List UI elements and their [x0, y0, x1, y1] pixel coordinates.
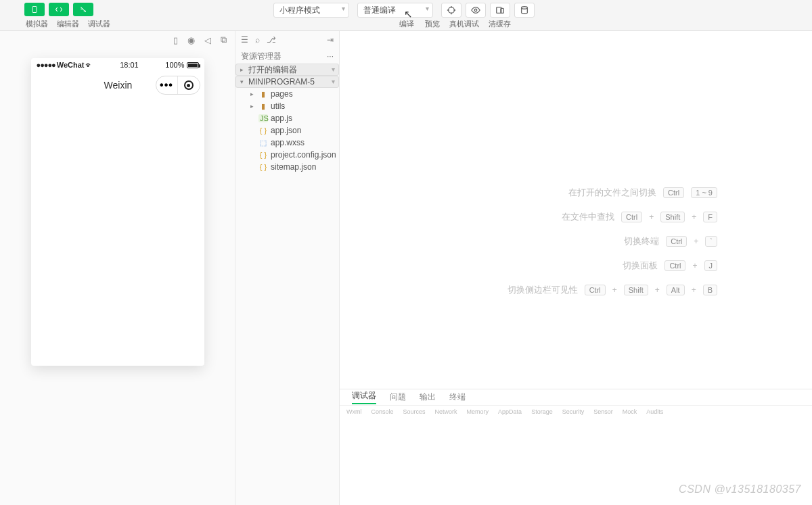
tree-folder[interactable]: ▸▮pages [235, 88, 339, 100]
kbd: ` [705, 236, 717, 247]
compile-button[interactable] [441, 3, 461, 18]
mode-label: 模拟器 [24, 19, 49, 29]
wxss-icon: ⬚ [258, 139, 268, 147]
tree-file[interactable]: { }project.config.json [235, 149, 339, 161]
list-icon[interactable]: ☰ [241, 35, 248, 45]
open-editors-section[interactable]: ▸打开的编辑器 [235, 64, 339, 76]
device-icon[interactable]: ▯ [173, 35, 178, 45]
debug-tool[interactable]: Sensor [591, 408, 616, 415]
debug-tool[interactable]: Wxml [344, 408, 365, 415]
debug-tool[interactable]: Sources [401, 408, 428, 415]
svg-rect-4 [501, 8, 503, 13]
capsule-button: ••• [156, 76, 200, 95]
editor-panel: 在打开的文件之间切换 Ctrl 1 ~ 9 在文件中查找 Ctrl + Shif… [340, 31, 812, 505]
battery-percent: 100% [165, 61, 184, 69]
preview-button[interactable] [466, 3, 486, 18]
simulator-mode-button[interactable] [24, 3, 45, 16]
action-label: 预览 [422, 19, 443, 29]
mode-label: 调试器 [87, 19, 111, 29]
mode-label: 编辑器 [55, 19, 80, 29]
view-mode-buttons [24, 3, 93, 16]
tab-debugger[interactable]: 调试器 [352, 390, 376, 404]
tab-terminal[interactable]: 终端 [449, 391, 466, 403]
svg-point-1 [449, 7, 455, 14]
tree-file[interactable]: { }app.json [235, 124, 339, 137]
nav-header: Weixin ••• [31, 72, 204, 99]
action-labels: 编译 预览 真机调试 清缓存 [397, 19, 513, 29]
copy-icon[interactable]: ⧉ [221, 34, 227, 45]
branch-icon[interactable]: ⎇ [267, 35, 276, 45]
debug-tool[interactable]: Security [560, 408, 587, 415]
tree-file[interactable]: JSapp.js [235, 112, 339, 124]
search-icon[interactable]: ⌕ [255, 35, 260, 45]
debug-tool[interactable]: AppData [495, 408, 524, 415]
action-buttons [441, 3, 535, 18]
editor-mode-button[interactable] [49, 3, 69, 16]
time-label: 18:01 [120, 61, 139, 69]
action-label: 真机调试 [448, 19, 480, 29]
kbd: Ctrl [663, 187, 684, 198]
record-icon[interactable]: ◉ [187, 35, 195, 45]
tab-problems[interactable]: 问题 [390, 391, 406, 403]
action-label: 编译 [397, 19, 417, 29]
clear-cache-button[interactable] [514, 3, 535, 18]
debug-tool[interactable]: Audits [644, 408, 666, 415]
hint-row: 切换面板 Ctrl + J [623, 260, 717, 272]
tree-file[interactable]: { }sitemap.json [235, 161, 339, 173]
hint-label: 切换面板 [623, 260, 658, 272]
explorer-toolbar: ☰ ⌕ ⎇ ⇥ [235, 31, 339, 49]
top-toolbar: 模拟器 编辑器 调试器 小程序模式 普通编译 编译 预览 真机调试 清缓存 [0, 0, 812, 31]
bottom-tabs: 调试器 问题 输出 终端 [340, 389, 812, 405]
svg-point-2 [474, 9, 477, 11]
battery-indicator: 100% [165, 61, 198, 69]
explorer-header: 资源管理器 ··· [235, 49, 339, 64]
svg-rect-0 [32, 7, 37, 13]
compile-select[interactable]: 普通编译 [357, 3, 433, 18]
svg-point-5 [522, 7, 528, 9]
debug-tool[interactable]: Network [432, 408, 460, 415]
status-bar: ●●●●● WeChat ᯤ 18:01 100% [31, 58, 204, 72]
hint-label: 切换侧边栏可见性 [508, 284, 578, 296]
main-area: ▯ ◉ ◁ ⧉ ●●●●● WeChat ᯤ 18:01 100% Weixin [0, 31, 812, 505]
debug-tool[interactable]: Console [369, 408, 397, 415]
hint-row: 在打开的文件之间切换 Ctrl 1 ~ 9 [568, 187, 717, 199]
expand-icon[interactable]: ⇥ [327, 35, 334, 45]
tree-folder[interactable]: ▸▮utils [235, 100, 339, 112]
hint-label: 在打开的文件之间切换 [568, 187, 656, 199]
kbd: Ctrl [664, 260, 685, 271]
kbd: B [703, 285, 717, 295]
kbd: J [704, 260, 718, 271]
debugger-mode-button[interactable] [73, 3, 93, 16]
folder-icon: ▮ [258, 102, 268, 111]
hint-label: 在文件中查找 [562, 211, 614, 223]
signal-icon: ●●●●● [37, 61, 55, 69]
json-icon: { } [258, 163, 268, 171]
mute-icon[interactable]: ◁ [204, 35, 211, 45]
debug-tool[interactable]: Storage [528, 408, 556, 415]
simulator-panel: ▯ ◉ ◁ ⧉ ●●●●● WeChat ᯤ 18:01 100% Weixin [0, 31, 235, 505]
tree-file[interactable]: ⬚app.wxss [235, 137, 339, 149]
kbd: Ctrl [585, 285, 606, 295]
kbd: Ctrl [621, 212, 642, 222]
tab-output[interactable]: 输出 [420, 391, 436, 403]
mode-select[interactable]: 小程序模式 [273, 3, 349, 18]
project-section[interactable]: ▾MINIPROGRAM-5 [235, 76, 339, 88]
debug-tool[interactable]: Memory [464, 408, 492, 415]
capsule-menu-button[interactable]: ••• [156, 76, 178, 94]
debug-tool[interactable]: Mock [620, 408, 640, 415]
more-icon[interactable]: ··· [327, 51, 334, 61]
kbd: 1 ~ 9 [691, 187, 717, 198]
mode-labels: 模拟器 编辑器 调试器 [24, 19, 111, 29]
capsule-close-button[interactable] [178, 76, 200, 94]
page-title: Weixin [81, 80, 156, 91]
remote-debug-button[interactable] [490, 3, 510, 18]
carrier-label: WeChat [57, 61, 85, 69]
json-icon: { } [258, 151, 268, 159]
hint-label: 切换终端 [624, 235, 659, 247]
json-icon: { } [258, 126, 268, 135]
simulator-toolbar: ▯ ◉ ◁ ⧉ [0, 31, 235, 49]
welcome-hints: 在打开的文件之间切换 Ctrl 1 ~ 9 在文件中查找 Ctrl + Shif… [340, 31, 812, 389]
hint-row: 切换终端 Ctrl + ` [624, 235, 717, 247]
file-tree: ▸打开的编辑器 ▾MINIPROGRAM-5 ▸▮pages ▸▮utils J… [235, 64, 339, 173]
kbd: Alt [667, 285, 685, 295]
